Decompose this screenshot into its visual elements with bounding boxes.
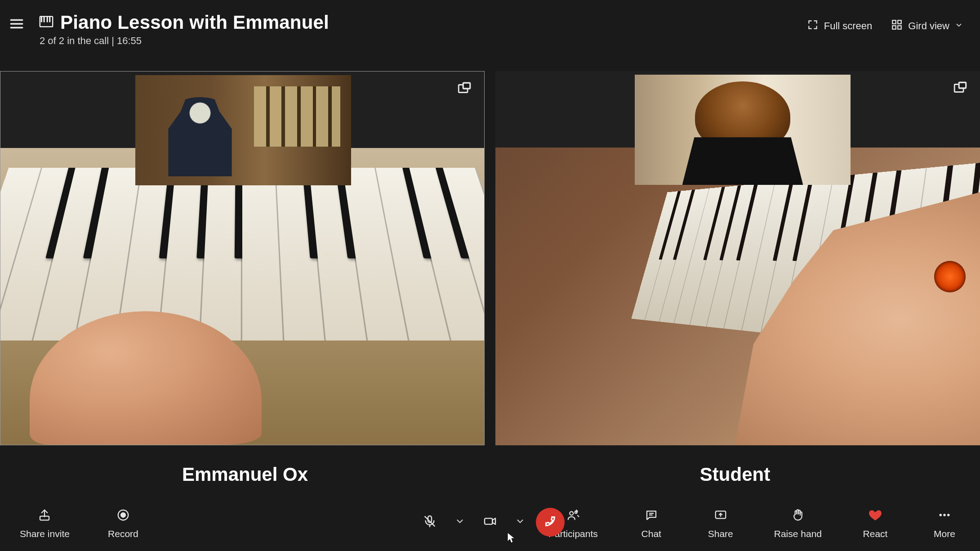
video-main-student [495, 148, 980, 445]
record-label: Record [108, 529, 138, 539]
fullscreen-button[interactable]: Full screen [807, 19, 873, 33]
video-tile-student[interactable] [495, 71, 980, 445]
menu-icon [9, 16, 24, 33]
svg-rect-8 [893, 20, 896, 24]
more-icon [938, 508, 951, 524]
svg-rect-5 [44, 17, 45, 22]
share-arrow-icon [38, 508, 51, 524]
share-screen-icon [714, 508, 727, 524]
hang-up-button[interactable] [536, 508, 565, 537]
menu-button[interactable] [4, 13, 29, 37]
grid-view-button[interactable]: Gird view [891, 19, 963, 33]
share-invite-label: Share invite [20, 529, 70, 539]
call-controls [415, 508, 565, 537]
video-main-emmanuel [0, 148, 484, 445]
pop-out-icon [457, 81, 472, 98]
call-toolbar: Share invite Record [0, 499, 980, 551]
svg-rect-9 [898, 20, 901, 24]
svg-rect-11 [898, 26, 901, 29]
video-grid [0, 71, 980, 445]
mute-button[interactable] [415, 508, 444, 537]
call-title: Piano Lesson with Emmanuel [60, 12, 329, 33]
pip-video-teacher [135, 75, 351, 185]
participant-name-right: Student [490, 450, 980, 499]
svg-rect-4 [41, 17, 42, 22]
chevron-down-icon [515, 520, 525, 528]
svg-point-31 [940, 514, 942, 516]
piano-icon [39, 14, 54, 31]
svg-point-20 [121, 513, 125, 517]
call-subtitle: 2 of 2 in the call | 16:55 [40, 35, 329, 47]
grid-icon [891, 19, 903, 33]
raise-hand-icon [791, 508, 805, 524]
hang-up-icon [543, 514, 557, 530]
grid-view-label: Gird view [908, 20, 949, 32]
header-bar: Piano Lesson with Emmanuel 2 of 2 in the… [0, 0, 980, 54]
svg-rect-6 [47, 17, 48, 22]
raise-hand-button[interactable]: Raise hand [774, 508, 822, 539]
chat-button[interactable]: Chat [636, 508, 667, 539]
react-label: React [863, 529, 888, 539]
share-invite-button[interactable]: Share invite [20, 508, 70, 539]
more-button[interactable]: More [929, 508, 960, 539]
chevron-down-icon [455, 520, 465, 528]
chevron-down-icon [955, 20, 963, 32]
participant-name-left: Emmanuel Ox [0, 450, 490, 499]
svg-rect-10 [893, 26, 896, 29]
svg-rect-23 [485, 518, 492, 524]
record-icon [116, 508, 130, 524]
chat-icon [645, 508, 658, 524]
mic-options-button[interactable] [455, 516, 465, 528]
svg-rect-13 [463, 83, 470, 89]
svg-point-24 [570, 511, 573, 515]
react-button[interactable]: React [860, 508, 891, 539]
svg-rect-16 [959, 82, 966, 88]
pip-emmanuel[interactable] [135, 75, 351, 185]
svg-point-32 [943, 514, 946, 516]
record-button[interactable]: Record [107, 508, 139, 539]
more-label: More [934, 529, 955, 539]
raise-hand-label: Raise hand [774, 529, 822, 539]
camera-icon [483, 514, 497, 530]
title-block: Piano Lesson with Emmanuel 2 of 2 in the… [39, 12, 329, 47]
name-bar: Emmanuel Ox Student [0, 450, 980, 499]
share-button[interactable]: Share [705, 508, 736, 539]
pop-out-button[interactable] [454, 80, 474, 99]
pip-video-student [635, 75, 851, 185]
camera-options-button[interactable] [515, 516, 525, 528]
video-tile-emmanuel[interactable] [0, 71, 485, 445]
svg-rect-7 [49, 17, 50, 22]
fullscreen-icon [807, 19, 819, 33]
mic-muted-icon [423, 514, 437, 530]
svg-point-33 [947, 514, 950, 516]
people-icon [566, 508, 580, 524]
chat-label: Chat [641, 529, 661, 539]
fullscreen-label: Full screen [824, 20, 873, 32]
pip-student[interactable] [635, 75, 851, 185]
share-label: Share [708, 529, 733, 539]
camera-button[interactable] [476, 508, 504, 537]
pop-out-button[interactable] [950, 79, 970, 99]
heart-icon [869, 508, 882, 524]
pop-out-icon [953, 81, 968, 98]
